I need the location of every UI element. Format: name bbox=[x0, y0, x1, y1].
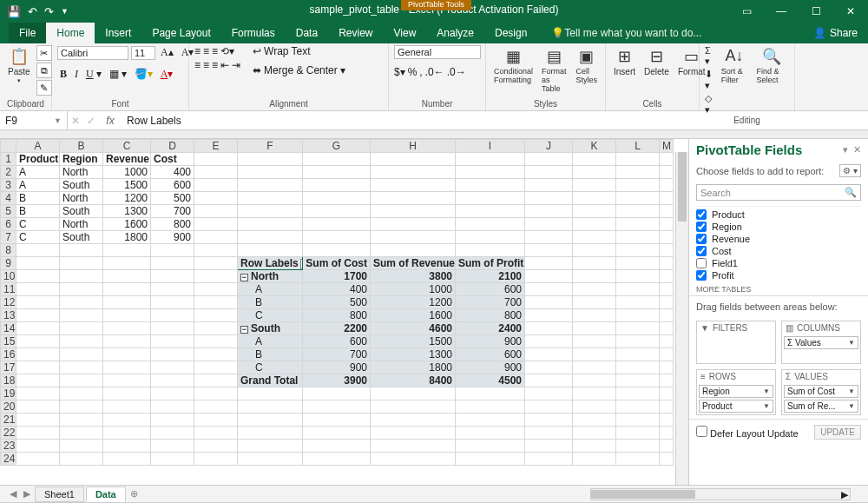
sort-filter-button[interactable]: A↓Sort & Filter bbox=[719, 45, 751, 86]
field-checkbox[interactable] bbox=[696, 209, 707, 220]
tab-analyze[interactable]: Analyze bbox=[426, 23, 484, 43]
source-cell[interactable]: 800 bbox=[151, 218, 194, 231]
namebox-dropdown-icon[interactable]: ▼ bbox=[54, 116, 62, 125]
source-cell[interactable]: 1200 bbox=[103, 192, 151, 205]
area-pill[interactable]: Σ Values▼ bbox=[784, 336, 858, 349]
find-select-button[interactable]: 🔍Find & Select bbox=[753, 45, 789, 86]
undo-icon[interactable]: ↶ bbox=[28, 5, 37, 18]
field-checkbox[interactable] bbox=[696, 222, 707, 232]
col-header[interactable]: J bbox=[525, 140, 573, 153]
col-header[interactable]: B bbox=[60, 140, 103, 153]
pivot-col-header[interactable]: Sum of Revenue bbox=[371, 257, 456, 270]
col-header[interactable]: K bbox=[573, 140, 616, 153]
row-header[interactable]: 24 bbox=[1, 453, 16, 466]
currency-icon[interactable]: $▾ bbox=[394, 66, 405, 78]
defer-update-checkbox[interactable]: Defer Layout Update bbox=[696, 426, 799, 439]
pill-dropdown-icon[interactable]: ▼ bbox=[848, 387, 855, 395]
source-header[interactable]: Region bbox=[60, 153, 103, 166]
indent-inc-icon[interactable]: ⇥ bbox=[232, 59, 240, 71]
fill-icon[interactable]: ⬇ ▾ bbox=[705, 69, 715, 91]
pivot-row-label[interactable]: B bbox=[238, 296, 303, 309]
pivot-value[interactable]: 2200 bbox=[303, 322, 371, 335]
row-header[interactable]: 23 bbox=[1, 440, 16, 453]
source-cell[interactable]: 400 bbox=[151, 166, 194, 179]
pivot-value[interactable]: 700 bbox=[456, 296, 525, 309]
pivot-value[interactable]: 900 bbox=[456, 361, 525, 374]
source-cell[interactable]: 1300 bbox=[103, 205, 151, 218]
pivot-value[interactable]: 1000 bbox=[371, 283, 456, 296]
pivot-row-label[interactable]: −North bbox=[238, 270, 303, 283]
fieldpane-settings-icon[interactable]: ⚙ ▾ bbox=[839, 164, 861, 177]
source-cell[interactable]: A bbox=[16, 179, 60, 192]
area-pill[interactable]: Sum of Cost▼ bbox=[784, 385, 858, 398]
col-header[interactable]: F bbox=[238, 140, 303, 153]
area-pill[interactable]: Product▼ bbox=[699, 400, 773, 413]
pivot-row-label[interactable]: C bbox=[238, 309, 303, 322]
source-cell[interactable]: North bbox=[60, 192, 103, 205]
field-item[interactable]: Product bbox=[696, 208, 861, 221]
source-cell[interactable]: C bbox=[16, 218, 60, 231]
pivot-row-label[interactable]: −South bbox=[238, 322, 303, 335]
pivot-value[interactable]: 1800 bbox=[371, 361, 456, 374]
row-header[interactable]: 4 bbox=[1, 192, 16, 205]
horizontal-scrollbar[interactable]: ◀▶ bbox=[590, 488, 851, 500]
source-cell[interactable]: A bbox=[16, 166, 60, 179]
pivot-col-header[interactable]: Sum of Cost bbox=[303, 257, 371, 270]
col-header[interactable]: C bbox=[103, 140, 151, 153]
row-header[interactable]: 16 bbox=[1, 348, 16, 361]
field-checkbox[interactable] bbox=[696, 246, 707, 256]
tab-insert[interactable]: Insert bbox=[95, 23, 141, 43]
formula-input[interactable]: Row Labels bbox=[122, 115, 187, 127]
more-tables-link[interactable]: MORE TABLES bbox=[696, 285, 861, 294]
delete-cells-button[interactable]: ⊟Delete bbox=[641, 45, 672, 78]
pivot-row-labels-header[interactable]: Row Labels▾ bbox=[238, 257, 303, 270]
pivot-value[interactable]: 600 bbox=[303, 335, 371, 348]
sheet-nav-prev-icon[interactable]: ◀ bbox=[7, 488, 19, 500]
tell-me[interactable]: 💡 Tell me what you want to do... bbox=[551, 23, 701, 43]
pivot-value[interactable]: 800 bbox=[456, 309, 525, 322]
new-sheet-icon[interactable]: ⊕ bbox=[128, 488, 141, 500]
pivot-value[interactable]: 2100 bbox=[456, 270, 525, 283]
fill-color-button[interactable]: 🪣▾ bbox=[132, 67, 155, 82]
sheet-nav-next-icon[interactable]: ▶ bbox=[21, 488, 33, 500]
source-cell[interactable]: 600 bbox=[151, 179, 194, 192]
comma-icon[interactable]: , bbox=[419, 66, 422, 78]
tab-review[interactable]: Review bbox=[328, 23, 383, 43]
row-header[interactable]: 18 bbox=[1, 374, 16, 387]
row-header[interactable]: 21 bbox=[1, 414, 16, 427]
source-cell[interactable]: South bbox=[60, 205, 103, 218]
clear-icon[interactable]: ◇ ▾ bbox=[705, 93, 715, 116]
source-cell[interactable]: 500 bbox=[151, 192, 194, 205]
row-header[interactable]: 3 bbox=[1, 179, 16, 192]
redo-icon[interactable]: ↷ bbox=[44, 5, 54, 18]
pivot-value[interactable]: 1700 bbox=[303, 270, 371, 283]
cell-styles-button[interactable]: ▣Cell Styles bbox=[574, 45, 601, 86]
number-format-select[interactable]: General bbox=[394, 45, 481, 59]
source-header[interactable]: Revenue bbox=[103, 153, 151, 166]
field-item[interactable]: Profit bbox=[696, 269, 861, 281]
sheet-tab-sheet1[interactable]: Sheet1 bbox=[35, 486, 84, 502]
pill-dropdown-icon[interactable]: ▼ bbox=[848, 402, 855, 410]
pivot-value[interactable]: 400 bbox=[303, 283, 371, 296]
source-cell[interactable]: North bbox=[60, 218, 103, 231]
row-header[interactable]: 6 bbox=[1, 218, 16, 231]
source-cell[interactable]: 1000 bbox=[103, 166, 151, 179]
row-header[interactable]: 8 bbox=[1, 244, 16, 257]
cut-icon[interactable]: ✂ bbox=[36, 45, 52, 61]
row-header[interactable]: 17 bbox=[1, 361, 16, 374]
ribbon-options-icon[interactable]: ▭ bbox=[729, 0, 764, 23]
field-checkbox[interactable] bbox=[696, 270, 707, 281]
align-right-icon[interactable]: ≡ bbox=[212, 59, 218, 71]
row-header[interactable]: 22 bbox=[1, 427, 16, 440]
sheet-tab-data[interactable]: Data bbox=[86, 486, 126, 502]
font-size-select[interactable]: 11 bbox=[131, 46, 155, 60]
pivot-value[interactable]: 3800 bbox=[371, 270, 456, 283]
field-checkbox[interactable] bbox=[696, 258, 707, 268]
fieldpane-dropdown-icon[interactable]: ▾ bbox=[843, 144, 848, 156]
pivot-value[interactable]: 900 bbox=[456, 335, 525, 348]
save-icon[interactable]: 💾 bbox=[7, 5, 21, 18]
row-header[interactable]: 11 bbox=[1, 283, 16, 296]
source-cell[interactable]: 700 bbox=[151, 205, 194, 218]
font-name-select[interactable]: Calibri bbox=[57, 46, 128, 60]
col-header[interactable]: G bbox=[303, 140, 371, 153]
